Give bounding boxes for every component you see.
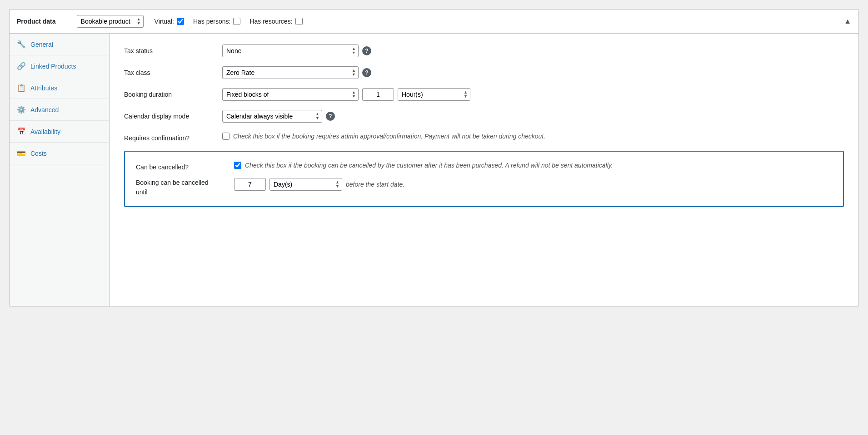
sidebar-item-availability[interactable]: 📅 Availability	[10, 121, 109, 143]
tax-class-select[interactable]: Zero Rate Standard Reduced Rate	[222, 66, 359, 79]
booking-duration-type-select-wrap[interactable]: Fixed blocks of Customer defined blocks …	[222, 88, 359, 101]
calendar-display-select-wrap[interactable]: Calendar always visible Display calendar…	[222, 110, 322, 123]
booking-duration-field: Fixed blocks of Customer defined blocks …	[222, 88, 844, 101]
requires-confirmation-description: Check this box if the booking requires a…	[233, 132, 545, 141]
sidebar-item-advanced[interactable]: ⚙️ Advanced	[10, 99, 109, 121]
requires-confirmation-checkbox[interactable]	[222, 133, 229, 140]
sidebar-item-general[interactable]: 🔧 General	[10, 34, 109, 55]
has-persons-checkbox-label[interactable]: Has persons:	[193, 18, 240, 25]
tax-status-select-wrap[interactable]: None Taxable Shipping only ▲▼	[222, 44, 359, 57]
link-icon: 🔗	[17, 62, 26, 70]
has-persons-checkbox[interactable]	[233, 18, 240, 25]
booking-cancelled-until-row: Booking can be cancelled until Minute(s)…	[136, 178, 832, 197]
wrench-icon: 🔧	[17, 40, 26, 49]
panel-body: 🔧 General 🔗 Linked Products 📋 Attributes…	[10, 34, 858, 306]
booking-duration-unit-select-wrap[interactable]: Minute(s) Hour(s) Day(s) Week(s) Month(s…	[398, 88, 470, 101]
tax-status-help-icon[interactable]: ?	[362, 46, 371, 55]
virtual-label: Virtual:	[155, 18, 174, 25]
title-separator: —	[63, 18, 70, 25]
booking-duration-row: Booking duration Fixed blocks of Custome…	[124, 88, 844, 101]
tax-status-label: Tax status	[124, 44, 215, 54]
sidebar-item-attributes[interactable]: 📋 Attributes	[10, 77, 109, 99]
tax-class-label: Tax class	[124, 66, 215, 76]
sidebar: 🔧 General 🔗 Linked Products 📋 Attributes…	[10, 34, 110, 306]
list-icon: 📋	[17, 84, 26, 92]
can-be-cancelled-checkbox[interactable]	[234, 162, 241, 169]
sidebar-item-linked-products[interactable]: 🔗 Linked Products	[10, 55, 109, 77]
has-resources-checkbox[interactable]	[295, 18, 303, 25]
has-resources-label: Has resources:	[249, 18, 292, 25]
booking-duration-unit-select[interactable]: Minute(s) Hour(s) Day(s) Week(s) Month(s…	[398, 88, 470, 101]
credit-card-icon: 💳	[17, 149, 26, 158]
booking-duration-label: Booking duration	[124, 88, 215, 98]
tax-status-row: Tax status None Taxable Shipping only ▲▼…	[124, 44, 844, 57]
header-checkboxes: Virtual: Has persons: Has resources:	[155, 18, 303, 25]
calendar-display-row: Calendar display mode Calendar always vi…	[124, 110, 844, 123]
sidebar-item-linked-products-label: Linked Products	[30, 63, 76, 70]
product-data-panel: Product data — Bookable product ▲▼ Virtu…	[9, 9, 859, 306]
booking-cancelled-until-label-line2: until	[136, 188, 148, 196]
calendar-display-select[interactable]: Calendar always visible Display calendar…	[222, 110, 322, 123]
sidebar-item-costs[interactable]: 💳 Costs	[10, 143, 109, 164]
product-type-select[interactable]: Bookable product	[77, 15, 144, 28]
booking-duration-value-input[interactable]	[362, 88, 394, 101]
sidebar-item-advanced-label: Advanced	[30, 106, 59, 114]
booking-cancelled-until-unit-select[interactable]: Minute(s) Hour(s) Day(s) Week(s) Month(s…	[269, 178, 342, 191]
sidebar-item-general-label: General	[30, 41, 53, 48]
virtual-checkbox[interactable]	[177, 18, 184, 25]
requires-confirmation-field: Check this box if the booking requires a…	[222, 132, 844, 141]
calendar-display-help-icon[interactable]: ?	[326, 112, 335, 121]
requires-confirmation-row: Requires confirmation? Check this box if…	[124, 132, 844, 142]
can-be-cancelled-row: Can be cancelled? Check this box if the …	[136, 161, 832, 171]
requires-confirmation-checkbox-group: Check this box if the booking requires a…	[222, 132, 545, 141]
sidebar-item-costs-label: Costs	[30, 150, 47, 157]
sidebar-item-attributes-label: Attributes	[30, 84, 57, 92]
collapse-button[interactable]: ▲	[844, 17, 851, 25]
can-be-cancelled-checkbox-group: Check this box if the booking can be can…	[234, 161, 613, 170]
booking-cancelled-until-label: Booking can be cancelled until	[136, 178, 227, 197]
calendar-display-label: Calendar display mode	[124, 110, 215, 120]
gear-icon: ⚙️	[17, 105, 26, 114]
booking-cancelled-until-suffix: before the start date.	[346, 181, 404, 188]
tax-class-help-icon[interactable]: ?	[362, 68, 371, 77]
product-data-title: Product data	[17, 18, 56, 25]
can-be-cancelled-description: Check this box if the booking can be can…	[245, 161, 613, 170]
sidebar-item-availability-label: Availability	[30, 128, 60, 135]
booking-duration-type-select[interactable]: Fixed blocks of Customer defined blocks …	[222, 88, 359, 101]
tax-status-select[interactable]: None Taxable Shipping only	[222, 44, 359, 57]
product-type-select-wrap[interactable]: Bookable product ▲▼	[77, 15, 144, 28]
tax-class-select-wrap[interactable]: Zero Rate Standard Reduced Rate ▲▼	[222, 66, 359, 79]
has-resources-checkbox-label[interactable]: Has resources:	[249, 18, 302, 25]
tax-class-row: Tax class Zero Rate Standard Reduced Rat…	[124, 66, 844, 79]
calendar-icon: 📅	[17, 127, 26, 136]
main-content: Tax status None Taxable Shipping only ▲▼…	[110, 34, 858, 306]
product-data-header: Product data — Bookable product ▲▼ Virtu…	[10, 10, 858, 34]
booking-cancelled-until-label-line1: Booking can be cancelled	[136, 179, 209, 186]
can-be-cancelled-section: Can be cancelled? Check this box if the …	[124, 151, 844, 207]
calendar-display-field: Calendar always visible Display calendar…	[222, 110, 844, 123]
booking-cancelled-until-field: Minute(s) Hour(s) Day(s) Week(s) Month(s…	[234, 178, 404, 191]
can-be-cancelled-label: Can be cancelled?	[136, 161, 227, 171]
tax-class-field: Zero Rate Standard Reduced Rate ▲▼ ?	[222, 66, 844, 79]
requires-confirmation-label: Requires confirmation?	[124, 132, 215, 142]
booking-cancelled-until-value-input[interactable]	[234, 178, 266, 191]
tax-status-field: None Taxable Shipping only ▲▼ ?	[222, 44, 844, 57]
booking-cancelled-until-unit-select-wrap[interactable]: Minute(s) Hour(s) Day(s) Week(s) Month(s…	[269, 178, 342, 191]
has-persons-label: Has persons:	[193, 18, 230, 25]
can-be-cancelled-field: Check this box if the booking can be can…	[234, 161, 832, 170]
virtual-checkbox-label[interactable]: Virtual:	[155, 18, 184, 25]
